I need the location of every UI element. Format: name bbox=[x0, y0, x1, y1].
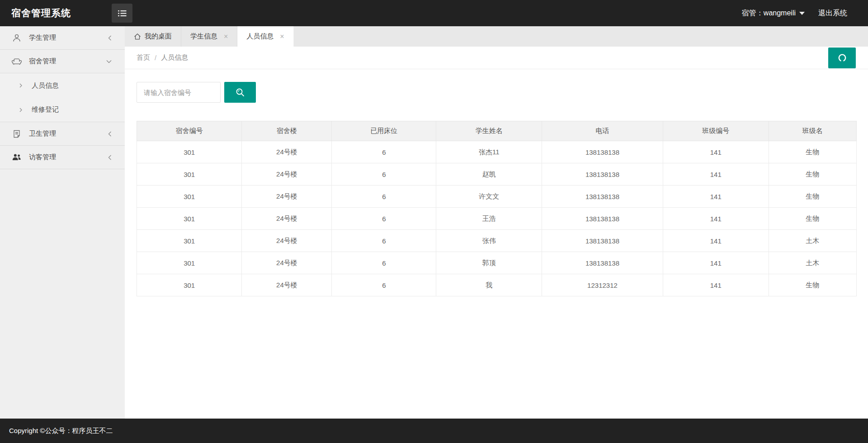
column-header: 宿舍编号 bbox=[137, 121, 242, 141]
table-cell: 24号楼 bbox=[242, 208, 332, 230]
sidebar-subitem-label: 人员信息 bbox=[32, 81, 59, 90]
refresh-button[interactable] bbox=[828, 48, 856, 68]
table-cell: 301 bbox=[137, 230, 242, 252]
table-cell: 141 bbox=[663, 186, 769, 208]
close-icon[interactable]: × bbox=[224, 33, 228, 40]
column-header: 已用床位 bbox=[332, 121, 436, 141]
sidebar-item-label: 学生管理 bbox=[29, 33, 108, 42]
table-row: 30124号楼6张伟138138138141土木 bbox=[137, 230, 857, 252]
sidebar-item-visitor-management[interactable]: 访客管理 bbox=[0, 146, 125, 169]
table-cell: 6 bbox=[332, 230, 436, 252]
table-cell: 138138138 bbox=[542, 208, 663, 230]
chevron-left-icon bbox=[108, 131, 112, 137]
main-content: 我的桌面 学生信息 × 人员信息 × 首页 / 人员信息 bbox=[125, 26, 868, 419]
visitors-icon bbox=[12, 153, 22, 162]
chevron-left-icon bbox=[108, 35, 112, 41]
table-row: 30124号楼6赵凯138138138141生物 bbox=[137, 163, 857, 186]
tab-bar: 我的桌面 学生信息 × 人员信息 × bbox=[125, 26, 868, 47]
table-cell: 生物 bbox=[769, 186, 856, 208]
user-icon bbox=[12, 33, 22, 43]
search-toolbar bbox=[137, 82, 868, 103]
table-cell: 6 bbox=[332, 186, 436, 208]
column-header: 班级编号 bbox=[663, 121, 769, 141]
table-cell: 6 bbox=[332, 274, 436, 296]
table-cell: 141 bbox=[663, 252, 769, 274]
table-cell: 张杰11 bbox=[436, 141, 542, 163]
table-cell: 138138138 bbox=[542, 252, 663, 274]
sidebar-subitem-personnel-info[interactable]: 人员信息 bbox=[0, 73, 125, 98]
table-cell: 12312312 bbox=[542, 274, 663, 296]
table-cell: 生物 bbox=[769, 141, 856, 163]
personnel-table: 宿舍编号宿舍楼已用床位学生姓名电话班级编号班级名 30124号楼6张杰11138… bbox=[137, 121, 857, 296]
tab-my-desktop[interactable]: 我的桌面 bbox=[125, 26, 181, 47]
copyright-text: Copyright ©公众号：程序员王不二 bbox=[9, 427, 113, 435]
table-cell: 生物 bbox=[769, 208, 856, 230]
sidebar-subitem-repair-register[interactable]: 维修登记 bbox=[0, 98, 125, 122]
breadcrumb-current: 人员信息 bbox=[161, 53, 188, 62]
table-cell: 张伟 bbox=[436, 230, 542, 252]
sidebar-item-hygiene-management[interactable]: 卫生管理 bbox=[0, 122, 125, 146]
table-cell: 138138138 bbox=[542, 186, 663, 208]
table-cell: 土木 bbox=[769, 230, 856, 252]
search-button[interactable] bbox=[224, 82, 256, 103]
personnel-table-wrap: 宿舍编号宿舍楼已用床位学生姓名电话班级编号班级名 30124号楼6张杰11138… bbox=[137, 121, 857, 296]
dorm-number-search-input[interactable] bbox=[137, 82, 221, 103]
tab-label: 我的桌面 bbox=[145, 32, 172, 41]
logout-button[interactable]: 退出系统 bbox=[818, 9, 847, 18]
arrow-right-icon bbox=[19, 107, 23, 113]
table-row: 30124号楼6我12312312141生物 bbox=[137, 274, 857, 296]
table-cell: 24号楼 bbox=[242, 230, 332, 252]
sidebar-item-dorm-management[interactable]: 宿舍管理 bbox=[0, 50, 125, 73]
refresh-icon bbox=[838, 53, 847, 62]
table-cell: 郭顶 bbox=[436, 252, 542, 274]
table-cell: 我 bbox=[436, 274, 542, 296]
sidebar-toggle-button[interactable] bbox=[112, 4, 132, 23]
top-bar: 宿舍管理系统 宿管： wangmeili 退出系统 bbox=[0, 0, 868, 26]
table-row: 30124号楼6王浩138138138141生物 bbox=[137, 208, 857, 230]
table-cell: 许文文 bbox=[436, 186, 542, 208]
table-cell: 301 bbox=[137, 208, 242, 230]
list-icon bbox=[118, 10, 127, 17]
caret-down-icon bbox=[799, 12, 805, 15]
table-cell: 141 bbox=[663, 163, 769, 186]
table-body: 30124号楼6张杰11138138138141生物30124号楼6赵凯1381… bbox=[137, 141, 857, 296]
table-cell: 王浩 bbox=[436, 208, 542, 230]
table-row: 30124号楼6张杰11138138138141生物 bbox=[137, 141, 857, 163]
table-cell: 141 bbox=[663, 141, 769, 163]
tab-label: 人员信息 bbox=[246, 32, 274, 41]
table-cell: 138138138 bbox=[542, 163, 663, 186]
column-header: 电话 bbox=[542, 121, 663, 141]
table-cell: 赵凯 bbox=[436, 163, 542, 186]
table-cell: 24号楼 bbox=[242, 252, 332, 274]
sofa-icon bbox=[12, 57, 22, 66]
user-role-prefix: 宿管： bbox=[742, 9, 764, 18]
chevron-left-icon bbox=[108, 154, 112, 161]
search-icon bbox=[235, 87, 245, 98]
table-header-row: 宿舍编号宿舍楼已用床位学生姓名电话班级编号班级名 bbox=[137, 121, 857, 141]
table-cell: 24号楼 bbox=[242, 141, 332, 163]
table-cell: 301 bbox=[137, 252, 242, 274]
username: wangmeili bbox=[764, 9, 796, 17]
table-cell: 301 bbox=[137, 186, 242, 208]
close-icon[interactable]: × bbox=[280, 33, 284, 40]
user-menu[interactable]: 宿管： wangmeili bbox=[742, 9, 805, 18]
sidebar-item-student-management[interactable]: 学生管理 bbox=[0, 26, 125, 50]
breadcrumb-home[interactable]: 首页 bbox=[137, 53, 150, 62]
chevron-down-icon bbox=[106, 59, 112, 64]
tab-label: 学生信息 bbox=[190, 32, 217, 41]
footer: Copyright ©公众号：程序员王不二 bbox=[0, 419, 868, 443]
column-header: 学生姓名 bbox=[436, 121, 542, 141]
tab-student-info[interactable]: 学生信息 × bbox=[181, 26, 237, 47]
table-cell: 生物 bbox=[769, 163, 856, 186]
sidebar-item-label: 宿舍管理 bbox=[29, 57, 106, 66]
tab-personnel-info[interactable]: 人员信息 × bbox=[237, 26, 293, 47]
table-row: 30124号楼6许文文138138138141生物 bbox=[137, 186, 857, 208]
table-cell: 6 bbox=[332, 252, 436, 274]
sidebar: 学生管理 宿舍管理 人员信息 bbox=[0, 26, 125, 419]
sidebar-subitem-label: 维修登记 bbox=[32, 105, 59, 114]
sidebar-item-label: 卫生管理 bbox=[29, 129, 108, 138]
table-cell: 301 bbox=[137, 141, 242, 163]
sidebar-item-label: 访客管理 bbox=[29, 153, 108, 162]
table-cell: 6 bbox=[332, 141, 436, 163]
table-cell: 301 bbox=[137, 274, 242, 296]
